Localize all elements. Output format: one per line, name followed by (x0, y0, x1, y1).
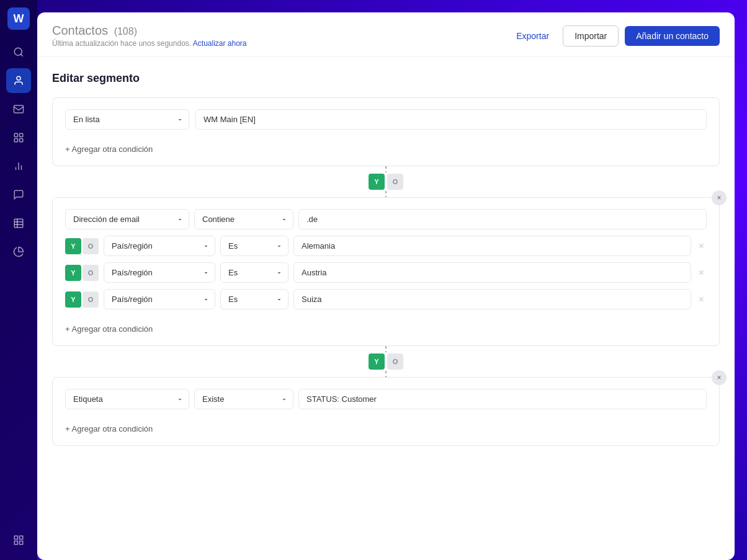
segment2-row2-value-input[interactable] (293, 262, 691, 283)
connector1-y-button[interactable]: Y (369, 174, 385, 190)
connector2-y-button[interactable]: Y (369, 353, 385, 370)
svg-rect-7 (20, 139, 23, 142)
segment2-row-1: Y O País/región Dirección de email Etiqu… (65, 236, 707, 256)
sidebar-item-search[interactable] (6, 40, 31, 64)
segment2-row3-o-button[interactable]: O (83, 291, 99, 308)
segment-block-2: × Dirección de email País/región Etiquet… (52, 197, 720, 346)
add-contact-button[interactable]: Añadir un contacto (625, 26, 720, 46)
page-heading: Contactos (108) (52, 24, 247, 38)
white-card: Contactos (108) Última actualización hac… (37, 12, 735, 560)
sidebar-item-table[interactable] (6, 211, 31, 236)
refresh-link[interactable]: Actualizar ahora (193, 39, 247, 48)
segment3-main-row: Etiqueta Dirección de email País/región … (65, 389, 707, 409)
segment2-row-3: Y O País/región Dirección de email Etiqu… (65, 289, 707, 309)
connector-2: Y O (52, 346, 720, 377)
svg-rect-4 (14, 133, 17, 136)
svg-rect-3 (14, 105, 24, 113)
page-title: Editar segmento (52, 72, 720, 85)
segment2-value-input[interactable] (298, 209, 707, 229)
segment2-field-select[interactable]: Dirección de email País/región Etiqueta (65, 209, 189, 229)
sidebar-item-add[interactable] (6, 528, 31, 553)
segment2-row2-field-select[interactable]: País/región Dirección de email Etiqueta (104, 262, 215, 283)
segment3-value-input[interactable] (298, 389, 707, 409)
sidebar-item-pie[interactable] (6, 239, 31, 264)
segment-block-3: × Etiqueta Dirección de email País/regió… (52, 377, 720, 446)
segment2-row3-value-input[interactable] (293, 289, 691, 309)
segment2-row-0: Dirección de email País/región Etiqueta … (65, 209, 707, 229)
header-subtitle: Última actualización hace unos segundos.… (52, 39, 247, 48)
header-left: Contactos (108) Última actualización hac… (52, 24, 247, 48)
sidebar-item-flow[interactable] (6, 125, 31, 150)
segment1-field-select[interactable]: En lista Dirección de email País/región … (65, 109, 189, 130)
segment2-row-2: Y O País/región Dirección de email Etiqu… (65, 262, 707, 283)
segment2-row2-remove-button[interactable]: × (696, 266, 707, 280)
connector-1-yo: Y O (366, 172, 406, 191)
segment2-row1-value-input[interactable] (293, 236, 691, 256)
svg-point-0 (14, 48, 22, 55)
segment3-field-select[interactable]: Etiqueta Dirección de email País/región (65, 389, 189, 409)
segment2-row2-y-button[interactable]: Y (65, 265, 81, 281)
segment2-close-button[interactable]: × (712, 190, 727, 205)
segment2-row2-o-button[interactable]: O (83, 265, 99, 281)
segment2-row3-yo: Y O (65, 291, 99, 308)
page-body: Editar segmento En lista Dirección de em… (37, 57, 735, 560)
app-logo[interactable]: W (7, 7, 30, 30)
segment1-value-input[interactable] (195, 109, 707, 130)
svg-rect-5 (20, 133, 23, 136)
segment2-row3-field-select[interactable]: País/región Dirección de email Etiqueta (104, 289, 215, 309)
segment2-row1-field-select[interactable]: País/región Dirección de email Etiqueta (104, 236, 215, 256)
segment2-row1-y-button[interactable]: Y (65, 238, 81, 254)
svg-rect-17 (20, 541, 23, 544)
sidebar-item-mail[interactable] (6, 97, 31, 122)
segment1-main-row: En lista Dirección de email País/región … (65, 109, 707, 130)
segment2-row2-condition-select[interactable]: Es No es (220, 262, 289, 283)
segment2-row3-condition-select[interactable]: Es No es (220, 289, 289, 309)
segment3-close-button[interactable]: × (712, 370, 727, 385)
segment3-add-condition[interactable]: + Agregar otra condición (65, 424, 153, 433)
segment-block-1: En lista Dirección de email País/región … (52, 97, 720, 166)
connector-1: Y O (52, 166, 720, 197)
segment2-condition-select[interactable]: Contiene No contiene Es (194, 209, 293, 229)
segment2-row2-yo: Y O (65, 265, 99, 281)
sidebar: W (0, 0, 37, 560)
header: Contactos (108) Última actualización hac… (37, 12, 735, 57)
segment2-row1-remove-button[interactable]: × (696, 239, 707, 253)
segment2-row1-o-button[interactable]: O (83, 238, 99, 254)
export-button[interactable]: Exportar (509, 26, 557, 46)
svg-rect-15 (14, 536, 17, 539)
segment2-row3-y-button[interactable]: Y (65, 291, 81, 308)
sidebar-item-chart[interactable] (6, 154, 31, 179)
segment2-row1-condition-select[interactable]: Es No es (220, 236, 289, 256)
segment1-add-condition[interactable]: + Agregar otra condición (65, 144, 153, 154)
svg-rect-6 (14, 139, 17, 142)
svg-line-1 (20, 54, 22, 56)
connector2-o-button[interactable]: O (387, 353, 403, 370)
svg-point-2 (17, 76, 20, 80)
segment2-add-condition[interactable]: + Agregar otra condición (65, 324, 153, 334)
import-button[interactable]: Importar (563, 25, 619, 47)
segment2-row3-remove-button[interactable]: × (696, 293, 707, 306)
sidebar-item-contacts[interactable] (6, 68, 31, 93)
svg-rect-16 (20, 536, 23, 539)
segment3-condition-select[interactable]: Existe No existe (194, 389, 293, 409)
svg-rect-18 (14, 541, 17, 544)
connector1-o-button[interactable]: O (387, 174, 403, 190)
main-content: Contactos (108) Última actualización hac… (37, 0, 747, 560)
segment2-row1-yo: Y O (65, 238, 99, 254)
connector-2-yo: Y O (366, 352, 406, 371)
sidebar-item-message[interactable] (6, 182, 31, 207)
header-actions: Exportar Importar Añadir un contacto (509, 25, 720, 47)
svg-rect-11 (14, 219, 23, 228)
